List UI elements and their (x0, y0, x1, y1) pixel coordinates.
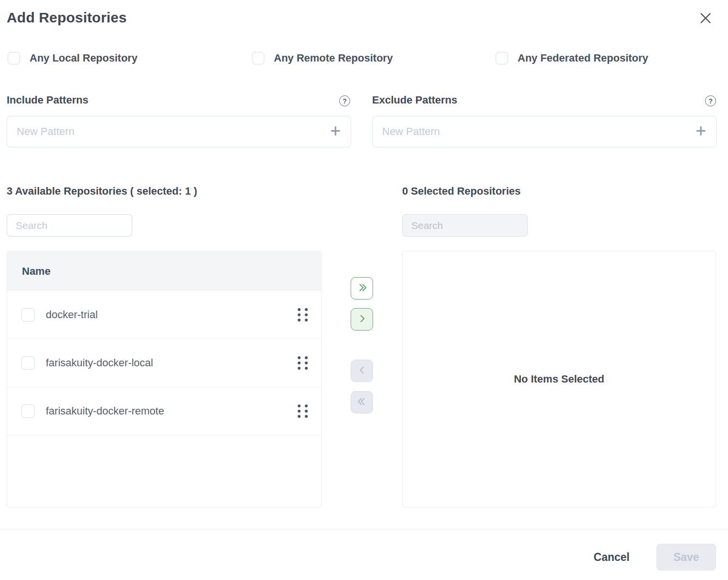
exclude-patterns-label: Exclude Patterns (372, 94, 458, 106)
move-left-button[interactable] (351, 360, 373, 382)
table-row-farisakuity-docker-remote[interactable]: farisakuity-docker-remote (7, 387, 321, 435)
add-repositories-dialog: Add Repositories Any Local Repository An… (0, 0, 728, 580)
selected-search-input[interactable] (402, 214, 528, 237)
selected-repositories-heading: 0 Selected Repositories (402, 185, 520, 197)
row-checkbox[interactable] (21, 356, 35, 370)
drag-handle-icon[interactable] (298, 308, 308, 321)
plus-icon: + (696, 122, 706, 140)
cancel-button[interactable]: Cancel (583, 545, 640, 570)
exclude-pattern-field-group: + (372, 116, 717, 147)
available-repositories-table: Name docker-trial farisakuity-docker-loc… (7, 251, 322, 508)
table-header-row: Name (7, 251, 321, 291)
chevron-right-icon (357, 313, 367, 326)
exclude-patterns-help-icon[interactable]: ? (705, 95, 716, 106)
save-button[interactable]: Save (656, 544, 716, 570)
available-repositories-heading: 3 Available Repositories ( selected: 1 ) (7, 185, 197, 197)
available-search-input[interactable] (7, 214, 132, 237)
name-column-header: Name (22, 265, 51, 278)
table-row-docker-trial[interactable]: docker-trial (7, 291, 321, 339)
any-remote-repository-checkbox[interactable] (252, 52, 264, 64)
no-items-selected-text: No Items Selected (514, 373, 604, 385)
repo-name: docker-trial (46, 309, 98, 321)
any-local-repository-checkbox[interactable] (8, 52, 20, 64)
repo-name: farisakuity-docker-local (46, 357, 153, 369)
any-federated-repository-checkbox[interactable] (496, 52, 508, 64)
chevron-left-icon (357, 365, 367, 377)
any-local-repository-label: Any Local Repository (30, 52, 137, 64)
include-patterns-help-icon[interactable]: ? (339, 95, 350, 106)
page-title: Add Repositories (7, 10, 127, 26)
include-pattern-field-group: + (7, 116, 351, 147)
row-checkbox[interactable] (21, 404, 35, 418)
move-all-left-button[interactable] (351, 391, 373, 414)
table-row-farisakuity-docker-local[interactable]: farisakuity-docker-local (7, 339, 321, 387)
any-local-repository-checkbox-item[interactable]: Any Local Repository (8, 52, 137, 64)
add-include-pattern-button[interactable]: + (320, 116, 351, 147)
repo-name: farisakuity-docker-remote (46, 405, 164, 417)
include-pattern-input[interactable] (7, 116, 320, 147)
close-icon (699, 11, 712, 26)
double-chevron-right-icon (356, 282, 368, 295)
exclude-pattern-input[interactable] (373, 116, 686, 147)
row-checkbox[interactable] (21, 308, 35, 321)
double-chevron-left-icon (356, 396, 368, 409)
selected-repositories-panel: No Items Selected (402, 251, 716, 508)
plus-icon: + (330, 122, 341, 140)
add-exclude-pattern-button[interactable]: + (686, 116, 716, 147)
drag-handle-icon[interactable] (298, 356, 308, 370)
close-button[interactable] (697, 10, 715, 28)
any-remote-repository-checkbox-item[interactable]: Any Remote Repository (252, 52, 393, 64)
any-remote-repository-label: Any Remote Repository (274, 52, 393, 64)
footer-divider (0, 529, 728, 530)
move-right-button[interactable] (351, 308, 373, 331)
any-federated-repository-checkbox-item[interactable]: Any Federated Repository (496, 52, 648, 64)
include-patterns-label: Include Patterns (7, 94, 88, 106)
drag-handle-icon[interactable] (298, 404, 308, 418)
move-all-right-button[interactable] (351, 277, 373, 300)
any-federated-repository-label: Any Federated Repository (518, 52, 648, 64)
